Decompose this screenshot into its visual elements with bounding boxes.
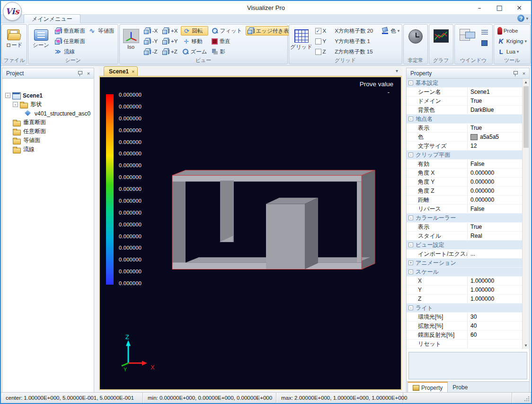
property-value[interactable]: 0.000000	[467, 196, 522, 204]
grid-button[interactable]: グリッド	[291, 26, 312, 52]
property-value[interactable]: True	[467, 97, 522, 105]
group-toggle-icon[interactable]: -	[408, 153, 413, 157]
scroll-down-icon[interactable]: ▼	[523, 342, 530, 349]
property-value[interactable]: False	[467, 160, 522, 168]
window-layout-button[interactable]	[457, 26, 478, 43]
close-panel-icon[interactable]: ×	[521, 71, 527, 76]
lua-dropdown-icon[interactable]: ▾	[517, 49, 519, 54]
pin-icon[interactable]	[77, 70, 83, 77]
property-row[interactable]: 背景色 DarkBlue	[407, 106, 522, 115]
tree-expander-icon[interactable]: -	[13, 102, 18, 107]
arbitrary-section-button[interactable]: 任意断面	[53, 36, 116, 46]
scroll-up-icon[interactable]: ▲	[523, 79, 530, 86]
scene-3d-canvas[interactable]: Z Y X 0.0000000.0000000.0000000.0000000.…	[99, 76, 402, 390]
property-value[interactable]: 1.000000	[467, 277, 522, 285]
property-value[interactable]: DarkBlue	[467, 106, 522, 114]
property-value[interactable]: True	[467, 223, 522, 231]
lua-button[interactable]: LLua▾	[496, 47, 528, 56]
tree-item[interactable]: - 形状	[5, 100, 93, 109]
rotate-button[interactable]: ⟳回転	[181, 26, 208, 36]
tree-item[interactable]: - Scene1	[5, 91, 93, 100]
tree-item[interactable]: 垂直断面	[5, 118, 93, 127]
property-value[interactable]: 40	[467, 322, 522, 330]
property-row[interactable]: リバース False	[407, 205, 522, 214]
grid-y-count-field[interactable]: Y方向格子数1	[333, 36, 374, 46]
property-row[interactable]: 表示 True	[407, 223, 522, 232]
scene-button[interactable]: シーン	[30, 26, 52, 50]
property-row[interactable]: - カラールーラー	[407, 214, 522, 223]
move-button[interactable]: ✛移動	[181, 36, 208, 46]
view-plus-y-button[interactable]: +Y	[161, 36, 179, 46]
property-value[interactable]	[476, 79, 522, 87]
shadow-button[interactable]: 影	[210, 47, 243, 56]
help-dropdown-icon[interactable]: ▾	[526, 16, 528, 21]
group-toggle-icon[interactable]: -	[408, 215, 413, 220]
tab-probe[interactable]: Probe	[448, 382, 472, 393]
property-value[interactable]	[476, 151, 522, 159]
property-value[interactable]: 0.000000	[467, 178, 522, 186]
property-row[interactable]: シーン名 Scene1	[407, 88, 522, 97]
property-row[interactable]: Y 1.000000	[407, 286, 522, 295]
property-row[interactable]: 角度 Z 0.000000	[407, 187, 522, 196]
resize-grip[interactable]	[512, 393, 531, 403]
perpendicular-button[interactable]: 垂直	[210, 36, 243, 46]
graph-button[interactable]	[431, 26, 452, 44]
close-button[interactable]: ×	[509, 1, 529, 14]
color-dropdown-icon[interactable]: ▾	[398, 28, 400, 33]
isosurface-button[interactable]: ∿ 等値面	[88, 26, 116, 36]
vertical-section-button[interactable]: 垂直断面	[53, 26, 87, 36]
load-button[interactable]: ロード	[4, 26, 25, 50]
grid-z-checkbox[interactable]: Z	[314, 47, 328, 56]
group-toggle-icon[interactable]: -	[408, 81, 413, 85]
property-value[interactable]: 60	[467, 331, 522, 339]
view-plus-z-button[interactable]: +Z	[161, 47, 179, 56]
property-row[interactable]: 環境光[%] 30	[407, 313, 522, 322]
property-value[interactable]: 30	[467, 313, 522, 321]
help-icon[interactable]: ?	[517, 15, 524, 22]
property-row[interactable]: - ライト	[407, 304, 522, 313]
property-value[interactable]	[467, 340, 522, 348]
kriging-button[interactable]: KKriging▾	[496, 36, 528, 46]
kriging-dropdown-icon[interactable]: ▾	[524, 39, 527, 44]
tree-item[interactable]: 等値面	[5, 136, 93, 145]
minimize-button[interactable]: –	[470, 1, 489, 14]
property-value[interactable]: 1.000000	[467, 286, 522, 294]
iso-view-button[interactable]: Iso	[122, 26, 141, 51]
scene-tab[interactable]: Scene1 ×	[104, 66, 138, 76]
group-toggle-icon[interactable]: -	[408, 305, 413, 310]
property-value[interactable]: Scene1	[467, 88, 522, 96]
close-panel-icon[interactable]: ×	[85, 71, 92, 76]
property-value[interactable]	[476, 304, 522, 312]
property-scrollbar[interactable]: ▲ ▼	[522, 79, 529, 349]
grid-x-checkbox[interactable]: ✓X	[314, 26, 328, 36]
property-row[interactable]: 色 a5a5a5	[407, 133, 522, 142]
property-row[interactable]: 角度 Y 0.000000	[407, 178, 522, 187]
property-row[interactable]: Z 1.000000	[407, 295, 522, 304]
view-plus-x-button[interactable]: +X	[161, 26, 179, 36]
property-row[interactable]: - クリップ平面	[407, 151, 522, 160]
property-row[interactable]: - スケール	[407, 268, 522, 277]
property-value[interactable]: 1.000000	[467, 295, 522, 303]
tree-item[interactable]: 流線	[5, 145, 93, 154]
property-row[interactable]: 有効 False	[407, 160, 522, 169]
tab-list-dropdown-icon[interactable]: ▾	[396, 68, 398, 73]
property-row[interactable]: 角度 X 0.000000	[407, 169, 522, 178]
scene-tab-close-icon[interactable]: ×	[132, 69, 134, 74]
grid-y-checkbox[interactable]: Y	[314, 36, 328, 46]
property-row[interactable]: 拡散光[%] 40	[407, 322, 522, 331]
group-toggle-icon[interactable]: +	[408, 260, 413, 265]
group-toggle-icon[interactable]: -	[408, 242, 413, 247]
property-value[interactable]: 0.000000	[467, 187, 522, 195]
zoom-button[interactable]: ズーム	[181, 47, 208, 56]
property-row[interactable]: スタイル Real	[407, 232, 522, 241]
property-value[interactable]: a5a5a5	[467, 133, 522, 141]
maximize-button[interactable]: □	[489, 1, 509, 14]
property-row[interactable]: - 基本設定	[407, 79, 522, 88]
fit-button[interactable]: フィット	[210, 26, 243, 36]
property-row[interactable]: X 1.000000	[407, 277, 522, 286]
property-value[interactable]: Real	[467, 232, 522, 240]
window-list-button[interactable]	[480, 28, 489, 37]
property-row[interactable]: インポート/エクスポート ...	[407, 250, 522, 259]
property-value[interactable]	[476, 259, 522, 267]
property-row[interactable]: + アニメーション	[407, 259, 522, 268]
